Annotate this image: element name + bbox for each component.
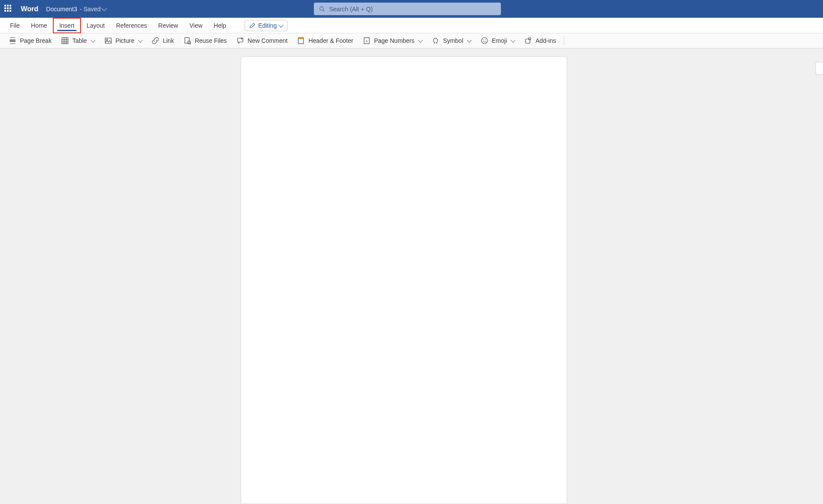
chevron-down-icon (467, 38, 471, 42)
tab-view[interactable]: View (184, 18, 208, 33)
header-footer-icon (297, 37, 305, 45)
chevron-down-icon (138, 38, 143, 42)
side-pane-toggle[interactable] (816, 62, 823, 75)
search-input[interactable] (329, 6, 496, 13)
link-button[interactable]: Link (148, 35, 178, 47)
app-launcher-icon[interactable] (4, 5, 13, 13)
tab-home[interactable]: Home (26, 18, 53, 33)
picture-icon (104, 37, 112, 45)
emoji-button[interactable]: Emoji (477, 35, 518, 47)
document-canvas[interactable] (0, 48, 823, 504)
page-numbers-button[interactable]: # Page Numbers (359, 35, 426, 47)
title-bar: Word Document3 - Saved (0, 0, 823, 18)
reuse-files-icon (184, 37, 191, 45)
svg-point-0 (320, 6, 323, 10)
document-name: Document3 (46, 6, 77, 13)
editing-mode-button[interactable]: Editing (245, 20, 287, 31)
addins-button[interactable]: Add-ins (521, 35, 559, 47)
tab-file[interactable]: File (4, 18, 26, 33)
chevron-down-icon (102, 6, 107, 11)
tab-layout[interactable]: Layout (81, 18, 110, 33)
page-break-icon (9, 37, 16, 45)
chevron-down-icon (90, 38, 95, 42)
tab-insert[interactable]: Insert (53, 18, 81, 33)
ribbon-insert: Page Break Table Picture Link Reuse File… (0, 33, 823, 48)
table-icon (61, 37, 69, 45)
svg-point-20 (485, 39, 486, 40)
emoji-icon (481, 37, 488, 45)
search-icon (319, 6, 325, 12)
table-button[interactable]: Table (58, 35, 98, 47)
svg-point-19 (483, 39, 484, 40)
svg-rect-9 (185, 38, 189, 43)
link-icon (152, 37, 159, 45)
search-box[interactable] (314, 3, 501, 15)
app-name: Word (21, 5, 39, 13)
separator (564, 36, 564, 45)
addins-icon (524, 37, 532, 45)
symbol-button[interactable]: Symbol (428, 35, 474, 47)
symbol-icon (432, 37, 439, 45)
chevron-down-icon (510, 38, 515, 42)
page-numbers-icon: # (363, 37, 371, 45)
editing-mode-label: Editing (258, 22, 277, 29)
comment-icon (236, 37, 244, 45)
tab-help[interactable]: Help (208, 18, 232, 33)
document-title-group[interactable]: Document3 - Saved (46, 6, 107, 13)
tab-references[interactable]: References (110, 18, 153, 33)
save-status: - Saved (80, 6, 106, 13)
svg-rect-7 (105, 38, 111, 43)
svg-rect-2 (62, 38, 68, 44)
header-footer-button[interactable]: Header & Footer (294, 35, 357, 47)
svg-line-1 (323, 10, 324, 11)
svg-text:#: # (366, 40, 368, 43)
document-page[interactable] (241, 56, 567, 504)
svg-point-18 (481, 38, 487, 44)
picture-button[interactable]: Picture (101, 35, 146, 47)
chevron-down-icon (279, 22, 284, 27)
svg-point-8 (106, 39, 107, 41)
ribbon-tabs: File Home Insert Layout References Revie… (0, 18, 823, 33)
tab-review[interactable]: Review (153, 18, 184, 33)
svg-line-11 (190, 44, 191, 45)
chevron-down-icon (418, 38, 423, 42)
svg-rect-15 (298, 38, 303, 39)
new-comment-button[interactable]: New Comment (233, 35, 291, 47)
reuse-files-button[interactable]: Reuse Files (180, 35, 230, 47)
page-break-button[interactable]: Page Break (5, 35, 55, 47)
